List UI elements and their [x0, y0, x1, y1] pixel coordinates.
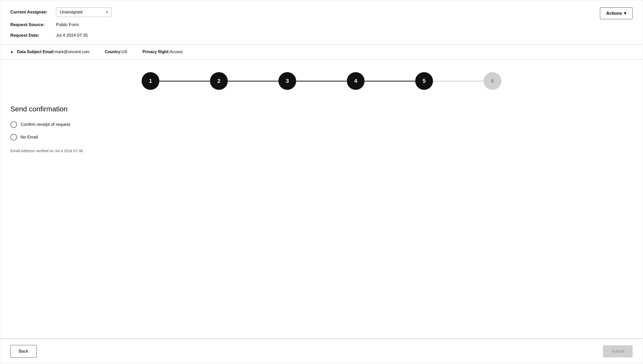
step-5[interactable]: 5 [415, 72, 433, 90]
step-4[interactable]: 4 [347, 72, 365, 90]
source-row: Request Source: Public Form [10, 22, 633, 28]
actions-button[interactable]: Actions ▾ [600, 7, 633, 19]
source-value: Public Form [56, 22, 79, 27]
expand-arrow-icon[interactable]: ► [10, 50, 14, 54]
source-label: Request Source: [10, 22, 56, 28]
step-2[interactable]: 2 [210, 72, 228, 90]
radio-circle-no-email[interactable] [10, 134, 17, 140]
actions-label: Actions [606, 11, 622, 16]
email-label: Data Subject Email: [17, 50, 55, 54]
radio-confirm[interactable]: Confirm receipt of request [10, 121, 633, 128]
step-line-1-2 [159, 81, 210, 82]
chevron-down-icon: ▾ [624, 11, 626, 16]
email-item: Data Subject Email: mark@vincent.com [17, 50, 90, 54]
data-subject-section: ► Data Subject Email: mark@vincent.com C… [0, 45, 643, 59]
verified-text: Email Address Verified on Jul 4 2024 07:… [10, 149, 633, 153]
privacy-label: Privacy Right: [142, 50, 170, 54]
step-line-3-4 [296, 81, 347, 82]
submit-button[interactable]: Submit [603, 345, 633, 357]
radio-group: Confirm receipt of request No Email [10, 121, 633, 140]
step-line-2-3 [228, 81, 278, 82]
step-1[interactable]: 1 [142, 72, 159, 90]
radio-circle-confirm[interactable] [10, 121, 17, 128]
steps-section: 1 2 3 4 5 6 Send confirmation Confirm re… [0, 59, 643, 339]
assignee-value: Unassigned [60, 10, 104, 15]
radio-label-no-email: No Email [21, 135, 38, 140]
assignee-dropdown[interactable]: Unassigned ▾ [56, 7, 112, 17]
step-6[interactable]: 6 [484, 72, 501, 90]
email-value: mark@vincent.com [55, 50, 89, 54]
assignee-row: Current Assignee: Unassigned ▾ [10, 7, 633, 17]
header-section: Current Assignee: Unassigned ▾ Request S… [0, 0, 643, 45]
section-title: Send confirmation [10, 105, 633, 113]
step-line-4-5 [365, 81, 415, 82]
country-label: Country: [105, 50, 122, 54]
radio-label-confirm: Confirm receipt of request [21, 122, 70, 127]
expand-row: ► Data Subject Email: mark@vincent.com [10, 50, 89, 54]
stepper: 1 2 3 4 5 6 [10, 70, 633, 92]
date-label: Request Date: [10, 33, 56, 38]
country-item: Country: US [105, 50, 127, 54]
date-row: Request Date: Jul 4 2024 07:35 [10, 33, 633, 38]
assignee-label: Current Assignee: [10, 9, 56, 15]
privacy-value: Access [170, 50, 183, 54]
step-line-5-6 [433, 81, 484, 82]
country-value: US [122, 50, 127, 54]
privacy-item: Privacy Right: Access [142, 50, 183, 54]
chevron-down-icon: ▾ [106, 10, 108, 14]
radio-no-email[interactable]: No Email [10, 134, 633, 140]
date-value: Jul 4 2024 07:35 [56, 33, 88, 38]
back-button[interactable]: Back [10, 345, 37, 358]
step-3[interactable]: 3 [278, 72, 296, 90]
footer-section: Back Submit [0, 339, 643, 364]
header-fields: Current Assignee: Unassigned ▾ Request S… [10, 7, 633, 38]
